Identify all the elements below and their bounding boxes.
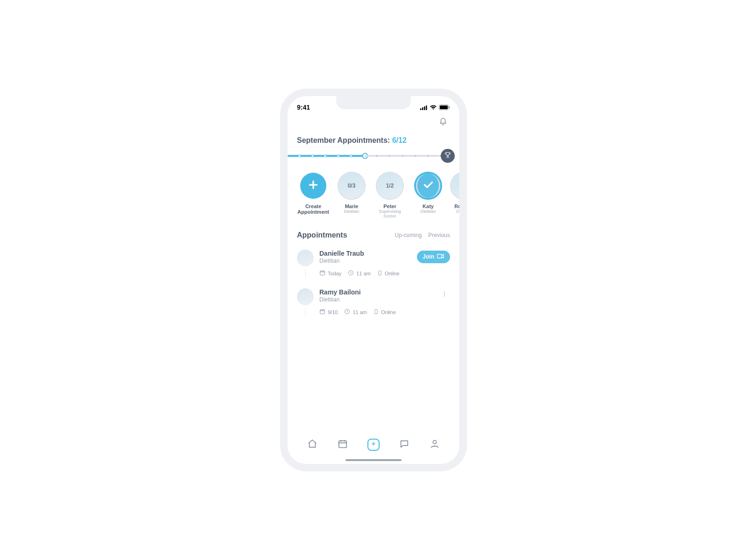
more-options-button[interactable]: [439, 289, 450, 301]
provider-role: Die: [450, 210, 459, 214]
tab-calendar[interactable]: [334, 436, 351, 453]
calendar-icon: [319, 270, 325, 277]
clock-icon: [348, 270, 354, 277]
appointment-row[interactable]: Ramy Bailoni Dietitian 9/10 11 am: [297, 284, 450, 322]
device-icon: [377, 270, 382, 277]
video-icon: [437, 253, 444, 260]
create-appointment-label: Create Appointment: [297, 203, 330, 215]
avatar: [297, 288, 314, 305]
provider-peter[interactable]: 1/2 Peter Supervising Doctor: [374, 172, 406, 219]
provider-badge: 0/3: [348, 182, 356, 189]
svg-point-18: [433, 441, 437, 444]
svg-rect-5: [440, 105, 448, 109]
home-indicator: [345, 459, 402, 461]
appointment-date: Today: [319, 270, 341, 277]
phone-frame: 9:41 September App: [280, 89, 467, 471]
home-icon: [307, 439, 317, 451]
calendar-icon: [319, 308, 325, 315]
provider-rodolfo[interactable]: 0/ Rod Die: [450, 172, 459, 219]
bell-icon: [439, 118, 447, 128]
user-icon: [430, 439, 440, 451]
tab-add[interactable]: [365, 436, 382, 453]
join-button[interactable]: Join: [417, 251, 450, 263]
tab-home[interactable]: [304, 436, 321, 453]
status-right: [420, 105, 450, 110]
svg-rect-1: [422, 107, 423, 110]
notifications-button[interactable]: [437, 117, 449, 129]
provider-badge: 1/2: [386, 182, 394, 189]
tab-previous[interactable]: Previous: [428, 232, 450, 238]
appointment-time: 11 am: [348, 270, 371, 277]
provider-name: Katy: [412, 203, 444, 209]
svg-rect-10: [437, 254, 442, 258]
svg-point-15: [444, 294, 445, 294]
provider-name: Peter: [374, 203, 406, 209]
cellular-signal-icon: [420, 105, 428, 110]
clock-icon: [344, 308, 350, 315]
completed-overlay: [417, 174, 439, 198]
phone-notch: [336, 96, 411, 109]
battery-icon: [439, 105, 450, 110]
calendar-icon: [338, 439, 348, 451]
appointment-row[interactable]: Danielle Traub Dietitian Today 11 am: [297, 245, 450, 284]
goal-trophy: [441, 149, 455, 163]
appointment-name: Ramy Bailoni: [319, 288, 433, 296]
trophy-icon: [444, 151, 451, 161]
device-icon: [374, 308, 379, 316]
plus-icon: [370, 441, 377, 449]
tab-profile[interactable]: [426, 436, 443, 453]
check-icon: [422, 179, 434, 193]
provider-name: Rod: [450, 203, 459, 209]
provider-role: Supervising Doctor: [374, 210, 406, 219]
appointment-name: Danielle Traub: [319, 250, 411, 257]
page-title: September Appointments: 6/12: [288, 129, 459, 149]
appointment-date: 9/10: [319, 308, 338, 315]
provider-role: Dietitian: [335, 210, 368, 214]
provider-katy[interactable]: Katy Dietitian: [412, 172, 444, 219]
svg-rect-0: [420, 108, 422, 110]
page-title-count: 6/12: [392, 136, 407, 144]
join-label: Join: [423, 253, 434, 260]
plus-icon: [307, 179, 319, 193]
svg-point-14: [444, 292, 445, 293]
appointments-list: Danielle Traub Dietitian Today 11 am: [288, 242, 459, 322]
appointments-tabs: Up-coming Previous: [395, 232, 450, 238]
svg-rect-7: [320, 271, 325, 275]
svg-rect-3: [426, 105, 427, 110]
provider-marie[interactable]: 0/3 Marie Dietitian: [335, 172, 368, 219]
appointment-role: Dietitian: [319, 296, 433, 303]
appointment-mode: Online: [374, 308, 396, 316]
provider-carousel[interactable]: Create Appointment 0/3 Marie Dietitian 1…: [288, 167, 459, 224]
app-screen: 9:41 September App: [288, 96, 459, 464]
appointments-heading: Appointments: [297, 231, 347, 239]
svg-rect-11: [320, 310, 325, 314]
svg-point-16: [444, 295, 445, 296]
create-appointment-button[interactable]: Create Appointment: [297, 172, 330, 219]
appointment-time: 11 am: [344, 308, 367, 315]
wifi-icon: [430, 105, 437, 110]
appointment-mode: Online: [377, 270, 400, 277]
tab-upcoming[interactable]: Up-coming: [395, 232, 422, 238]
svg-rect-6: [449, 106, 450, 109]
appointments-progress: [288, 149, 459, 162]
svg-rect-17: [339, 441, 347, 448]
avatar: [297, 250, 314, 266]
tab-messages[interactable]: [396, 436, 413, 453]
svg-rect-2: [424, 106, 425, 110]
status-time: 9:41: [297, 104, 310, 111]
provider-role: Dietitian: [412, 210, 444, 214]
provider-name: Marie: [335, 203, 368, 209]
page-title-prefix: September Appointments:: [297, 136, 392, 144]
more-vertical-icon: [441, 291, 448, 299]
chat-icon: [399, 439, 409, 451]
appointment-role: Dietitian: [319, 258, 411, 264]
